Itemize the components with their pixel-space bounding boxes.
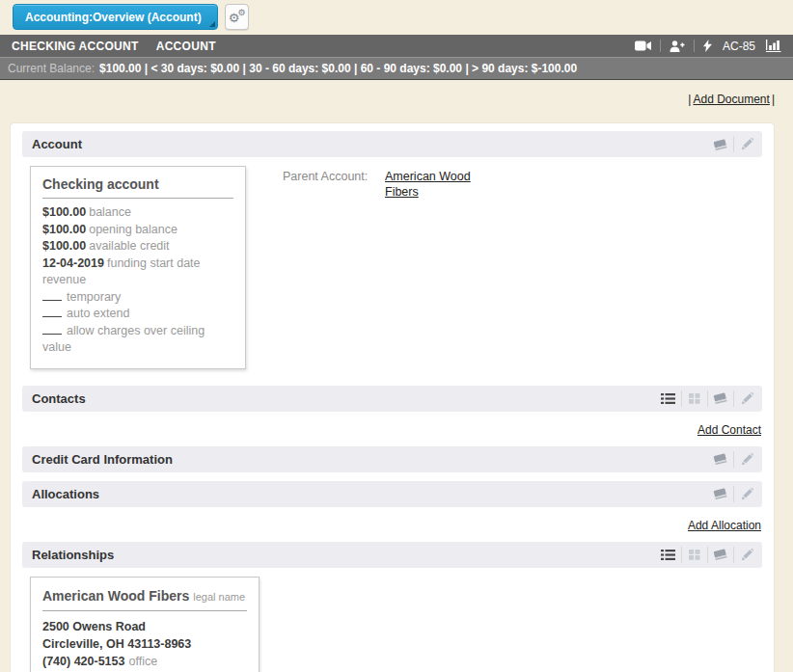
section-header-allocations: Allocations bbox=[22, 481, 762, 507]
balance-summary-bar: Current Balance: $100.00 | < 30 days: $0… bbox=[0, 57, 793, 80]
main-panel: Account Checking account $100.00balance … bbox=[10, 122, 775, 672]
parent-account-label: Parent Account: bbox=[283, 169, 385, 369]
pencil-icon[interactable] bbox=[733, 136, 759, 152]
book-icon[interactable] bbox=[707, 486, 733, 502]
relationship-phone: (740) 420-5153office bbox=[42, 653, 247, 670]
phone-type-label: office bbox=[128, 655, 157, 668]
video-camera-icon[interactable] bbox=[635, 40, 651, 51]
account-summary-card[interactable]: Checking account $100.00balance $100.00o… bbox=[30, 166, 246, 369]
cogs-icon: ⚙⚙ bbox=[230, 10, 244, 25]
add-document-row: |Add Document| bbox=[0, 80, 793, 107]
relationship-card[interactable]: American Wood Fiberslegal name 2500 Owen… bbox=[30, 577, 260, 672]
contacts-actions-row: Add Contact bbox=[22, 412, 762, 446]
tab-dropdown-caret-icon bbox=[209, 21, 215, 27]
parent-account-field: Parent Account: American Wood Fibers bbox=[283, 166, 481, 369]
account-section-body: Checking account $100.00balance $100.00o… bbox=[30, 166, 762, 369]
tab-bar: Accounting:Overview (Account) ⚙⚙ bbox=[0, 0, 793, 35]
account-field-opening-balance: $100.00opening balance bbox=[42, 222, 233, 239]
divider bbox=[694, 40, 695, 52]
account-field-auto-extend: auto extend bbox=[42, 306, 233, 323]
section-title: Relationships bbox=[32, 548, 655, 562]
pencil-icon[interactable] bbox=[733, 486, 759, 502]
record-code: AC-85 bbox=[723, 40, 755, 53]
record-type: ACCOUNT bbox=[156, 40, 216, 53]
relationship-address-line2: Circleville, OH 43113-8963 bbox=[42, 635, 247, 653]
parent-account-link[interactable]: American Wood Fibers bbox=[385, 170, 471, 199]
record-name: CHECKING ACCOUNT bbox=[12, 40, 139, 53]
blank-value bbox=[42, 307, 62, 317]
section-title: Credit Card Information bbox=[32, 452, 707, 467]
blank-value bbox=[42, 290, 62, 301]
settings-button[interactable]: ⚙⚙ bbox=[225, 4, 249, 30]
add-document-link[interactable]: Add Document bbox=[693, 93, 769, 106]
section-header-account: Account bbox=[22, 131, 762, 157]
relationship-name: American Wood Fibers bbox=[42, 588, 189, 604]
delimiter: | bbox=[772, 93, 775, 106]
book-icon[interactable] bbox=[707, 390, 733, 407]
pencil-icon[interactable] bbox=[733, 547, 759, 563]
add-allocation-link[interactable]: Add Allocation bbox=[688, 519, 761, 532]
balance-values: $100.00 | < 30 days: $0.00 | 30 - 60 day… bbox=[99, 62, 577, 75]
delimiter: | bbox=[688, 93, 691, 106]
blank-value bbox=[42, 324, 62, 335]
pencil-icon[interactable] bbox=[733, 451, 759, 468]
account-card-title: Checking account bbox=[42, 176, 233, 199]
grid-view-icon[interactable] bbox=[681, 390, 707, 407]
book-icon[interactable] bbox=[707, 451, 733, 468]
section-title: Contacts bbox=[32, 391, 655, 406]
section-header-credit-card: Credit Card Information bbox=[22, 446, 762, 472]
lightning-icon[interactable] bbox=[703, 40, 712, 52]
balance-label: Current Balance: bbox=[8, 62, 95, 75]
account-field-allow-charges: allow charges over ceiling value bbox=[42, 323, 233, 357]
tab-accounting-overview[interactable]: Accounting:Overview (Account) bbox=[13, 4, 218, 30]
book-icon[interactable] bbox=[707, 136, 733, 152]
relationship-address-line1: 2500 Owens Road bbox=[42, 618, 247, 635]
bar-chart-icon[interactable] bbox=[766, 40, 782, 52]
account-field-available-credit: $100.00available credit bbox=[42, 238, 233, 255]
book-icon[interactable] bbox=[707, 547, 733, 563]
relationship-card-title: American Wood Fiberslegal name bbox=[42, 587, 247, 611]
account-field-funding-start-date: 12-04-2019funding start date revenue bbox=[42, 255, 233, 289]
record-title-bar: CHECKING ACCOUNT ACCOUNT AC-85 bbox=[0, 35, 793, 57]
person-add-icon[interactable] bbox=[670, 40, 685, 52]
phone-number: (740) 420-5153 bbox=[42, 655, 124, 668]
pencil-icon[interactable] bbox=[733, 390, 759, 407]
account-field-balance: $100.00balance bbox=[42, 204, 233, 222]
section-header-relationships: Relationships bbox=[22, 542, 762, 568]
section-title: Account bbox=[32, 137, 707, 151]
divider bbox=[660, 40, 661, 52]
list-view-icon[interactable] bbox=[655, 390, 681, 407]
account-field-temporary: temporary bbox=[42, 289, 233, 307]
grid-view-icon[interactable] bbox=[681, 547, 707, 563]
tab-label: Accounting:Overview (Account) bbox=[25, 11, 202, 24]
list-view-icon[interactable] bbox=[655, 547, 681, 563]
allocations-actions-row: Add Allocation bbox=[22, 507, 762, 542]
section-header-contacts: Contacts bbox=[22, 386, 762, 412]
add-contact-link[interactable]: Add Contact bbox=[697, 423, 761, 437]
section-title: Allocations bbox=[32, 487, 707, 501]
relationship-name-label: legal name bbox=[193, 591, 245, 603]
